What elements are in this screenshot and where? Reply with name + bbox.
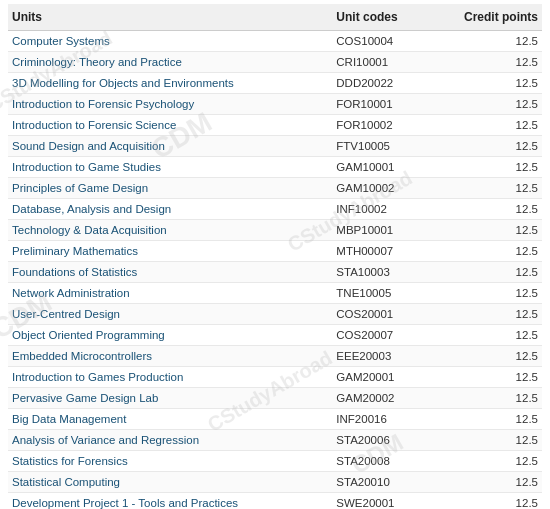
credit-points-cell: 12.5: [428, 241, 542, 262]
units-header: Units: [8, 4, 332, 31]
unit-name-cell: Analysis of Variance and Regression: [8, 430, 332, 451]
unit-code-cell: SWE20001: [332, 493, 428, 510]
unit-name-cell: Sound Design and Acquisition: [8, 136, 332, 157]
unit-code-cell: GAM20001: [332, 367, 428, 388]
unit-name-cell: Introduction to Games Production: [8, 367, 332, 388]
table-row: Development Project 1 - Tools and Practi…: [8, 493, 542, 510]
credit-points-cell: 12.5: [428, 451, 542, 472]
unit-code-cell: COS20007: [332, 325, 428, 346]
unit-name-cell: Computer Systems: [8, 31, 332, 52]
table-row: Introduction to Forensic PsychologyFOR10…: [8, 94, 542, 115]
unit-code-cell: INF10002: [332, 199, 428, 220]
credit-points-cell: 12.5: [428, 199, 542, 220]
unit-code-cell: FOR10002: [332, 115, 428, 136]
credit-points-cell: 12.5: [428, 52, 542, 73]
unit-name-cell: Technology & Data Acquisition: [8, 220, 332, 241]
credit-points-cell: 12.5: [428, 262, 542, 283]
unit-name-cell: Big Data Management: [8, 409, 332, 430]
table-container: Units Unit codes Credit points Computer …: [0, 0, 550, 509]
table-row: Analysis of Variance and RegressionSTA20…: [8, 430, 542, 451]
units-table: Units Unit codes Credit points Computer …: [8, 4, 542, 509]
table-row: Introduction to Forensic ScienceFOR10002…: [8, 115, 542, 136]
table-row: Big Data ManagementINF2001612.5: [8, 409, 542, 430]
table-row: Foundations of StatisticsSTA1000312.5: [8, 262, 542, 283]
credit-points-cell: 12.5: [428, 304, 542, 325]
table-row: Network AdministrationTNE1000512.5: [8, 283, 542, 304]
unit-code-cell: STA20010: [332, 472, 428, 493]
unit-code-cell: EEE20003: [332, 346, 428, 367]
unit-code-cell: FTV10005: [332, 136, 428, 157]
unit-code-cell: STA10003: [332, 262, 428, 283]
unit-name-cell: Development Project 1 - Tools and Practi…: [8, 493, 332, 510]
table-row: Criminology: Theory and PracticeCRI10001…: [8, 52, 542, 73]
unit-name-cell: 3D Modelling for Objects and Environment…: [8, 73, 332, 94]
unit-code-cell: GAM20002: [332, 388, 428, 409]
table-row: Technology & Data AcquisitionMBP1000112.…: [8, 220, 542, 241]
credit-points-cell: 12.5: [428, 94, 542, 115]
credit-points-cell: 12.5: [428, 73, 542, 94]
unit-code-cell: CRI10001: [332, 52, 428, 73]
unit-name-cell: Introduction to Forensic Science: [8, 115, 332, 136]
unit-code-cell: TNE10005: [332, 283, 428, 304]
table-row: Embedded MicrocontrollersEEE2000312.5: [8, 346, 542, 367]
unit-name-cell: Introduction to Forensic Psychology: [8, 94, 332, 115]
table-row: Object Oriented ProgrammingCOS2000712.5: [8, 325, 542, 346]
unit-name-cell: User-Centred Design: [8, 304, 332, 325]
table-row: Statistical ComputingSTA2001012.5: [8, 472, 542, 493]
credit-points-cell: 12.5: [428, 346, 542, 367]
unit-name-cell: Statistics for Forensics: [8, 451, 332, 472]
credit-points-cell: 12.5: [428, 31, 542, 52]
table-row: Pervasive Game Design LabGAM2000212.5: [8, 388, 542, 409]
unit-code-cell: INF20016: [332, 409, 428, 430]
credit-points-cell: 12.5: [428, 493, 542, 510]
credit-points-cell: 12.5: [428, 136, 542, 157]
credit-points-cell: 12.5: [428, 325, 542, 346]
table-row: Introduction to Games ProductionGAM20001…: [8, 367, 542, 388]
unit-name-cell: Criminology: Theory and Practice: [8, 52, 332, 73]
unit-codes-header: Unit codes: [332, 4, 428, 31]
credit-points-cell: 12.5: [428, 367, 542, 388]
table-row: 3D Modelling for Objects and Environment…: [8, 73, 542, 94]
unit-name-cell: Preliminary Mathematics: [8, 241, 332, 262]
table-row: Principles of Game DesignGAM1000212.5: [8, 178, 542, 199]
credit-points-cell: 12.5: [428, 283, 542, 304]
credit-points-cell: 12.5: [428, 472, 542, 493]
unit-code-cell: GAM10002: [332, 178, 428, 199]
unit-code-cell: STA20008: [332, 451, 428, 472]
unit-code-cell: STA20006: [332, 430, 428, 451]
unit-name-cell: Database, Analysis and Design: [8, 199, 332, 220]
unit-name-cell: Network Administration: [8, 283, 332, 304]
table-row: Introduction to Game StudiesGAM1000112.5: [8, 157, 542, 178]
table-row: User-Centred DesignCOS2000112.5: [8, 304, 542, 325]
table-row: Sound Design and AcquisitionFTV1000512.5: [8, 136, 542, 157]
unit-name-cell: Statistical Computing: [8, 472, 332, 493]
unit-name-cell: Principles of Game Design: [8, 178, 332, 199]
unit-name-cell: Introduction to Game Studies: [8, 157, 332, 178]
credit-points-cell: 12.5: [428, 388, 542, 409]
table-row: Preliminary MathematicsMTH0000712.5: [8, 241, 542, 262]
unit-name-cell: Pervasive Game Design Lab: [8, 388, 332, 409]
credit-points-cell: 12.5: [428, 220, 542, 241]
unit-name-cell: Object Oriented Programming: [8, 325, 332, 346]
table-row: Computer SystemsCOS1000412.5: [8, 31, 542, 52]
table-body: Computer SystemsCOS1000412.5Criminology:…: [8, 31, 542, 510]
credit-points-cell: 12.5: [428, 409, 542, 430]
credit-points-cell: 12.5: [428, 115, 542, 136]
unit-code-cell: COS10004: [332, 31, 428, 52]
unit-code-cell: DDD20022: [332, 73, 428, 94]
unit-code-cell: MTH00007: [332, 241, 428, 262]
unit-code-cell: FOR10001: [332, 94, 428, 115]
unit-code-cell: COS20001: [332, 304, 428, 325]
table-row: Statistics for ForensicsSTA2000812.5: [8, 451, 542, 472]
table-header-row: Units Unit codes Credit points: [8, 4, 542, 31]
unit-name-cell: Foundations of Statistics: [8, 262, 332, 283]
credit-points-header: Credit points: [428, 4, 542, 31]
unit-code-cell: GAM10001: [332, 157, 428, 178]
table-row: Database, Analysis and DesignINF1000212.…: [8, 199, 542, 220]
unit-name-cell: Embedded Microcontrollers: [8, 346, 332, 367]
credit-points-cell: 12.5: [428, 430, 542, 451]
credit-points-cell: 12.5: [428, 178, 542, 199]
credit-points-cell: 12.5: [428, 157, 542, 178]
unit-code-cell: MBP10001: [332, 220, 428, 241]
